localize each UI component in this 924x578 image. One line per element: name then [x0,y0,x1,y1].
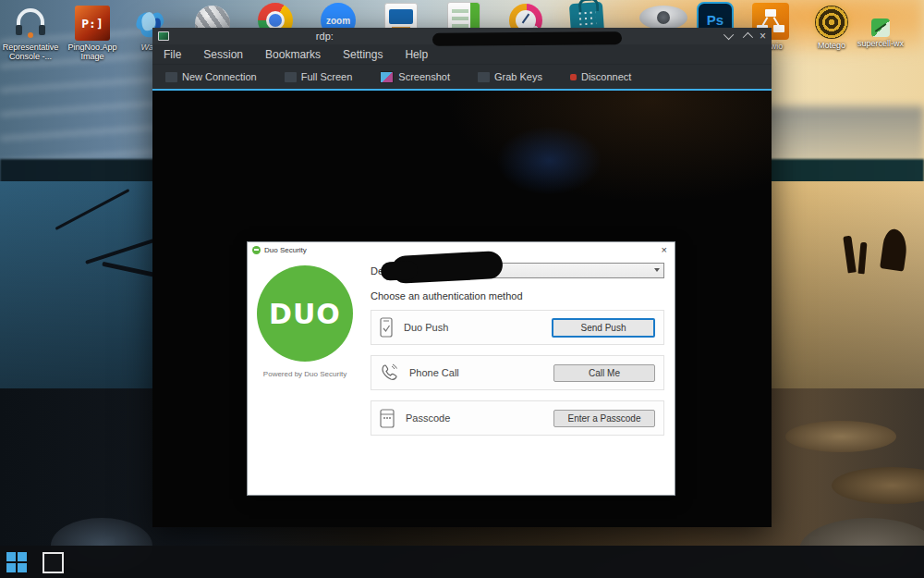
passcode-keypad-icon [380,409,395,428]
redaction-blob-device [391,251,503,284]
eye-icon [639,6,687,30]
grab-keys-button[interactable]: Grab Keys [478,71,542,82]
chevron-down-icon [654,268,660,272]
duo-logo-circle: DUO [257,265,353,362]
full-screen-icon [285,72,297,82]
menu-bookmarks[interactable]: Bookmarks [265,48,321,61]
method-row-passcode: Passcode Enter a Passcode [371,400,664,436]
method-label: Phone Call [409,367,542,378]
taskbar: ? > [0,546,924,578]
rock [785,421,896,452]
maximize-icon[interactable] [743,32,753,43]
virtual-desktop-pager[interactable] [43,552,64,573]
desktop-icon-label: supercell-wx [855,39,906,48]
supercell-wx-icon [871,18,890,37]
menu-help[interactable]: Help [405,48,428,61]
krdc-titlebar[interactable]: rdp: — KRDC × [152,28,772,44]
full-screen-button[interactable]: Full Screen [285,71,353,82]
duo-logo-icon [252,246,261,254]
disconnect-icon [570,74,577,80]
krdc-window-title: rdp: — KRDC [169,31,726,42]
desktop-icon-motego[interactable]: Motego [802,6,861,50]
krdc-window: rdp: — KRDC × File Session Bookmarks Set… [152,28,772,527]
new-connection-button[interactable]: New Connection [165,71,257,82]
app-launcher-button[interactable] [6,551,28,573]
screenshot-button[interactable]: Screenshot [380,71,450,83]
duo-powered-by: Powered by Duo Security [248,370,362,378]
remote-wallpaper-glow [496,126,602,195]
desktop-icon-label: PingNoo.App Image [63,43,122,61]
desktop-icon-eye[interactable] [634,6,693,30]
method-row-duo-push: Duo Push Send Push [371,310,664,345]
desktop-icon-representative-console[interactable]: Representative Console -... [1,4,60,61]
menu-session[interactable]: Session [203,48,243,61]
disconnect-button[interactable]: Disconnect [570,71,631,82]
enter-passcode-button[interactable]: Enter a Passcode [553,410,655,427]
menu-file[interactable]: File [164,48,181,61]
motego-icon [815,6,848,39]
redaction-blob-title [432,31,622,46]
method-label: Duo Push [404,322,541,333]
close-icon[interactable]: × [760,31,766,42]
headset-icon [12,4,49,41]
call-me-button[interactable]: Call Me [553,364,655,382]
screenshot-icon [380,71,394,83]
duo-security-dialog: Duo Security × DUO Powered by Duo Securi… [247,241,675,496]
desktop-icon-pingnoo[interactable]: P:] PingNoo.App Image [63,6,122,61]
duo-push-phone-icon [380,317,393,338]
menu-settings[interactable]: Settings [343,48,383,61]
grab-keys-icon [478,72,490,82]
krdc-toolbar: New Connection Full Screen Screenshot Gr… [152,64,772,89]
desktop-icon-label: Representative Console -... [1,43,60,61]
method-row-phone-call: Phone Call Call Me [371,355,664,390]
krdc-app-icon [158,31,169,41]
desktop-icon-label: Motego [802,41,861,50]
phone-call-icon [380,363,398,382]
auth-method-prompt: Choose an authentication method [371,290,664,301]
pingnoo-icon: P:] [75,6,110,41]
remote-desktop-view[interactable]: Duo Security × DUO Powered by Duo Securi… [152,91,772,527]
new-connection-icon [165,72,177,82]
method-label: Passcode [406,412,542,424]
desktop-icon-supercell-wx[interactable]: supercell-wx [855,18,906,48]
krdc-menubar: File Session Bookmarks Settings Help [152,44,772,64]
send-push-button[interactable]: Send Push [552,318,655,338]
duo-logo-text: DUO [269,298,341,330]
duo-close-icon[interactable]: × [659,244,670,255]
